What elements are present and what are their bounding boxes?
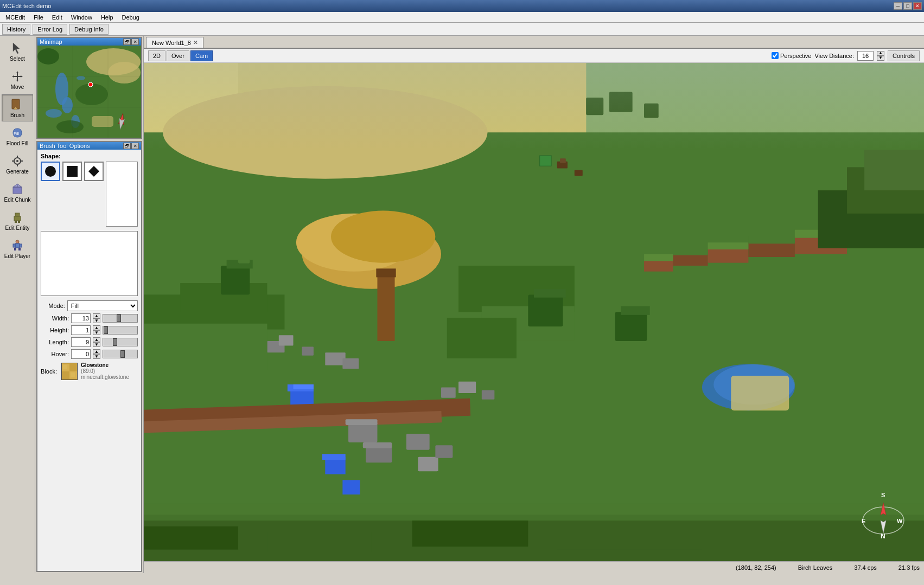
menu-window[interactable]: Window bbox=[67, 13, 97, 22]
brush-panel-restore-button[interactable]: 🗗 bbox=[123, 143, 131, 149]
close-button[interactable]: ✕ bbox=[913, 2, 922, 10]
hover-slider-thumb[interactable] bbox=[120, 350, 125, 358]
block-icon[interactable] bbox=[61, 363, 78, 380]
svg-rect-130 bbox=[144, 515, 924, 561]
width-down-button[interactable]: ▼ bbox=[93, 318, 100, 323]
height-up-button[interactable]: ▲ bbox=[93, 325, 100, 330]
svg-text:W: W bbox=[897, 518, 903, 524]
length-up-button[interactable]: ▲ bbox=[93, 337, 100, 342]
tool-select[interactable]: Select bbox=[2, 38, 33, 65]
brush-panel: Brush Tool Options 🗗 ✕ Shape: bbox=[36, 141, 142, 572]
svg-rect-9 bbox=[14, 108, 17, 109]
svg-marker-2 bbox=[16, 80, 18, 82]
svg-marker-0 bbox=[13, 43, 20, 54]
shape-diamond-button[interactable] bbox=[84, 162, 104, 181]
view-distance-down[interactable]: ▼ bbox=[877, 56, 884, 61]
history-button[interactable]: History bbox=[2, 24, 30, 35]
brush-label: Brush bbox=[10, 112, 24, 119]
minimap-content[interactable] bbox=[37, 46, 141, 138]
menu-help[interactable]: Help bbox=[97, 13, 118, 22]
controls-button[interactable]: Controls bbox=[888, 50, 920, 61]
mode-select[interactable]: Fill Replace Erode Topsoil bbox=[67, 300, 138, 311]
block-param-label: Block: bbox=[41, 368, 58, 375]
middle-panel: Minimap 🗗 ✕ bbox=[35, 36, 144, 573]
edit-entity-label: Edit Entity bbox=[5, 225, 29, 232]
tool-edit-entity[interactable]: Edit Entity bbox=[2, 207, 33, 234]
tool-generate[interactable]: Generate bbox=[2, 151, 33, 178]
hover-slider[interactable] bbox=[103, 350, 138, 358]
svg-point-43 bbox=[88, 82, 93, 87]
minimap-controls: 🗗 ✕ bbox=[123, 38, 139, 45]
tool-brush[interactable]: Brush bbox=[2, 94, 33, 121]
hover-up-button[interactable]: ▲ bbox=[93, 349, 100, 354]
block-info: Glowstone (89:0) minecraft:glowstone bbox=[81, 362, 138, 380]
svg-rect-22 bbox=[14, 216, 21, 221]
svg-rect-124 bbox=[346, 419, 378, 425]
view-distance-input[interactable] bbox=[857, 51, 874, 61]
length-slider[interactable] bbox=[103, 338, 138, 346]
shape-square-button[interactable] bbox=[62, 162, 82, 181]
menu-file[interactable]: File bbox=[29, 13, 48, 22]
debug-info-button[interactable]: Debug Info bbox=[69, 24, 109, 35]
height-input[interactable]: 1 bbox=[71, 325, 91, 335]
menu-edit[interactable]: Edit bbox=[48, 13, 67, 22]
select-icon bbox=[10, 41, 25, 56]
hover-input[interactable]: 0 bbox=[71, 349, 91, 359]
minimap-panel: Minimap 🗗 ✕ bbox=[36, 37, 142, 139]
svg-rect-74 bbox=[673, 248, 708, 255]
hover-down-button[interactable]: ▼ bbox=[93, 354, 100, 359]
view-cam-button[interactable]: Cam bbox=[190, 50, 213, 61]
edit-player-label: Edit Player bbox=[4, 253, 30, 260]
shape-preview-area bbox=[106, 162, 138, 227]
brush-icon bbox=[10, 97, 25, 112]
svg-rect-24 bbox=[18, 221, 20, 223]
length-param-label: Length: bbox=[41, 339, 69, 345]
tab-world-close[interactable]: ✕ bbox=[193, 40, 197, 46]
length-input[interactable]: 9 bbox=[71, 337, 91, 347]
viewport[interactable]: S E W N bbox=[144, 63, 924, 561]
status-bar: (1801, 82, 254) Birch Leaves 37.4 cps 21… bbox=[144, 561, 924, 573]
viewport-container: New World1_8 ✕ 2D Over Cam Perspective V… bbox=[144, 36, 924, 573]
svg-text:S: S bbox=[881, 492, 885, 498]
brush-panel-close-button[interactable]: ✕ bbox=[131, 143, 139, 149]
width-input[interactable]: 13 bbox=[71, 313, 91, 323]
tool-edit-player[interactable]: Edit Player bbox=[2, 235, 33, 262]
height-down-button[interactable]: ▼ bbox=[93, 330, 100, 335]
menu-mcedit[interactable]: MCEdit bbox=[1, 13, 29, 22]
world-scene bbox=[144, 63, 924, 561]
tool-flood-fill[interactable]: Fill Flood Fill bbox=[2, 123, 33, 150]
svg-rect-122 bbox=[540, 156, 551, 166]
height-slider[interactable] bbox=[103, 326, 138, 335]
length-row: Length: 9 ▲ ▼ bbox=[41, 337, 138, 347]
edit-chunk-icon bbox=[10, 182, 25, 197]
minimize-button[interactable]: ─ bbox=[894, 2, 902, 10]
length-slider-thumb[interactable] bbox=[113, 338, 117, 346]
width-up-button[interactable]: ▲ bbox=[93, 313, 100, 318]
svg-rect-97 bbox=[342, 480, 360, 494]
tool-move[interactable]: Move bbox=[2, 66, 33, 93]
title-bar-buttons: ─ □ ✕ bbox=[894, 2, 922, 10]
minimap-close-button[interactable]: ✕ bbox=[131, 38, 139, 45]
width-slider-thumb[interactable] bbox=[117, 314, 121, 322]
brush-panel-header: Brush Tool Options 🗗 ✕ bbox=[37, 142, 141, 150]
view-2d-button[interactable]: 2D bbox=[148, 50, 165, 61]
length-down-button[interactable]: ▼ bbox=[93, 342, 100, 347]
shape-circle-button[interactable] bbox=[41, 162, 60, 181]
width-slider[interactable] bbox=[103, 314, 138, 323]
error-log-button[interactable]: Error Log bbox=[33, 24, 67, 35]
svg-point-36 bbox=[62, 97, 73, 113]
menu-debug[interactable]: Debug bbox=[118, 13, 144, 22]
height-slider-thumb[interactable] bbox=[104, 326, 108, 334]
perspective-checkbox[interactable] bbox=[772, 52, 779, 59]
tool-edit-chunk[interactable]: Edit Chunk bbox=[2, 179, 33, 206]
maximize-button[interactable]: □ bbox=[903, 2, 912, 10]
svg-rect-34 bbox=[92, 116, 113, 127]
minimap-restore-button[interactable]: 🗗 bbox=[123, 38, 131, 45]
tab-world[interactable]: New World1_8 ✕ bbox=[146, 37, 203, 48]
move-icon bbox=[10, 69, 25, 84]
view-over-button[interactable]: Over bbox=[167, 50, 189, 61]
hover-spinner: ▲ ▼ bbox=[93, 349, 100, 359]
view-mode-buttons: 2D Over Cam bbox=[148, 50, 213, 61]
svg-rect-73 bbox=[644, 254, 673, 261]
generate-icon bbox=[10, 153, 25, 169]
